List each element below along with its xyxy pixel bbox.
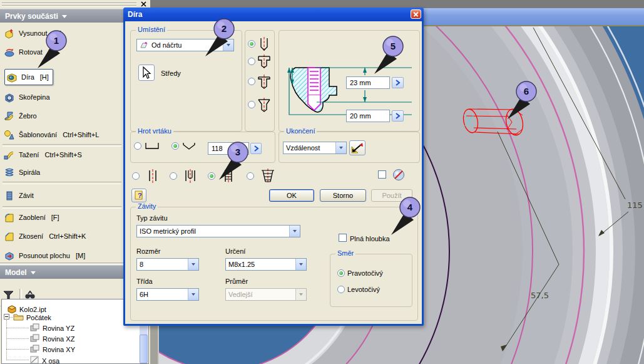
angle-flyout-button[interactable] [250, 143, 262, 154]
panel-item-skorepina[interactable]: Skořepina [4, 91, 56, 103]
tree-connector [6, 360, 29, 361]
radio-right-hand[interactable] [337, 269, 345, 277]
drilled-hole-icon [257, 36, 272, 53]
scrollbar-thumb[interactable] [140, 335, 148, 363]
class-value: 6H [140, 291, 148, 298]
class-combobox[interactable]: 6H [136, 288, 199, 301]
dropdown-arrow[interactable] [295, 259, 306, 270]
radio-angle-point[interactable] [171, 142, 179, 150]
spotface-icon [257, 74, 272, 90]
radio-hole-counterbore[interactable] [248, 58, 255, 65]
point-angle-input[interactable]: 118 [208, 142, 249, 155]
tree-expander-minus[interactable] [4, 314, 9, 320]
diameter-combobox[interactable]: Vedlejší [225, 288, 307, 301]
dropdown-arrow[interactable] [223, 39, 233, 51]
hole-diameter-input[interactable]: 20 mm [346, 110, 390, 122]
panel-divider [3, 206, 121, 209]
radio-hole-drilled[interactable] [248, 40, 255, 48]
dimension-115: 115 [627, 200, 643, 210]
flip-direction-icon [350, 141, 365, 155]
size-combobox[interactable]: 8 [136, 258, 199, 271]
radio-hole-countersink[interactable] [248, 101, 255, 108]
panel-item-spirala[interactable]: Spirála [4, 166, 46, 179]
radio-style-simple[interactable] [132, 172, 140, 180]
tree-item-plane-xz[interactable]: Rovina XZ [30, 334, 74, 343]
termination-combobox[interactable]: Vzdálenost [283, 142, 347, 154]
tree-connector [6, 320, 8, 360]
sketch-icon [140, 41, 149, 49]
tree-item-x-axis[interactable]: X osa [30, 356, 59, 364]
dropdown-arrow[interactable] [188, 259, 198, 270]
designation-combobox[interactable]: M8x1.25 [225, 258, 307, 271]
workplane-icon [30, 323, 40, 333]
radio-flat-point[interactable] [134, 142, 141, 150]
panel-close-button[interactable] [140, 1, 148, 8]
diameter-label: Průměr [225, 278, 248, 285]
dropdown-arrow[interactable] [335, 142, 346, 153]
workplane-icon [30, 334, 40, 343]
class-label: Třída [136, 278, 153, 285]
axis-icon [30, 356, 39, 364]
thread-type-combobox[interactable]: ISO metrický profil [136, 225, 300, 237]
dropdown-arrow[interactable] [188, 289, 198, 300]
dialog-close-button[interactable] [411, 9, 421, 19]
designation-label: Určení [225, 247, 245, 255]
size-value: 8 [140, 261, 143, 268]
centers-select-button[interactable] [138, 65, 155, 81]
no-preview-icon [392, 169, 405, 181]
panel-item-zaobleni[interactable]: Zaoblení [F] [4, 211, 59, 224]
move-face-icon [4, 251, 15, 261]
panel-item-zavit[interactable]: Závit [4, 189, 39, 202]
ok-button[interactable]: OK [269, 189, 314, 202]
radio-style-taper-tapped[interactable] [247, 172, 254, 180]
tree-item-folder[interactable]: Počátek [13, 313, 51, 322]
tree-item-plane-xy[interactable]: Rovina XY [30, 345, 75, 354]
radio-style-clearance[interactable] [170, 172, 177, 180]
tapped-hole-icon [220, 169, 237, 184]
right-hand-label: Pravotočivý [347, 269, 383, 277]
dialog-titlebar[interactable]: Díra [123, 8, 424, 21]
panel-item-sablonovani[interactable]: Šablonování Ctrl+Shift+L [4, 128, 99, 141]
panel-item-zkoseni[interactable]: Zkosení Ctrl+Shift+K [4, 230, 86, 242]
panel-item-rotovat[interactable]: Rotovat [R] [4, 46, 57, 58]
model-header-title: Model [5, 268, 27, 277]
radio-left-hand[interactable] [337, 286, 345, 293]
tree-connector [6, 338, 29, 340]
chamfer-icon [4, 231, 15, 242]
panel-item-posunout-plochu[interactable]: Posunout plochu [M] [4, 249, 85, 262]
radio-style-tapped[interactable] [208, 172, 215, 180]
close-icon [141, 1, 146, 7]
application-window: 115 57,5 Prvky součásti Vysunout [E] Rot… [0, 0, 644, 364]
panel-item-zebro[interactable]: Žebro [4, 110, 43, 122]
panel-divider [3, 144, 121, 147]
angle-point-icon [181, 142, 197, 150]
shell-icon [4, 92, 15, 103]
hole-depth-input[interactable]: 23 mm [346, 76, 390, 89]
radio-hole-spotface[interactable] [248, 78, 255, 85]
dropdown-arrow[interactable] [289, 226, 300, 237]
placement-combobox[interactable]: Od náčrtu [136, 39, 234, 51]
full-depth-checkbox[interactable] [339, 234, 347, 242]
thread-type-label: Typ závitu [136, 214, 168, 222]
counterbore-icon [257, 54, 272, 70]
help-button[interactable]: ? [131, 189, 146, 202]
centers-label: Středy [161, 70, 181, 77]
flat-point-icon [145, 142, 160, 150]
tree-item-plane-yz[interactable]: Rovina YZ [30, 323, 74, 333]
checkbox-unnamed[interactable] [378, 170, 386, 179]
apply-button[interactable]: Použít [371, 189, 412, 202]
full-depth-label: Plná hloubka [350, 235, 390, 242]
panel-item-vysunout[interactable]: Vysunout [E] [4, 27, 61, 39]
panel-item-dira-selected[interactable]: Díra [H] [4, 69, 53, 85]
fillet-icon [4, 212, 15, 223]
grip-line [2, 3, 136, 4]
flip-direction-button[interactable] [349, 140, 365, 155]
panel-divider [3, 182, 121, 184]
simple-hole-icon [145, 169, 161, 184]
panel-item-tazeni[interactable]: Tažení Ctrl+Shift+S [4, 148, 82, 161]
diameter-flyout-button[interactable] [392, 110, 404, 122]
depth-flyout-button[interactable] [392, 77, 404, 88]
cancel-button[interactable]: Storno [320, 189, 366, 202]
hole-icon [6, 72, 18, 83]
panel-header-title: Prvky součásti [5, 12, 58, 21]
